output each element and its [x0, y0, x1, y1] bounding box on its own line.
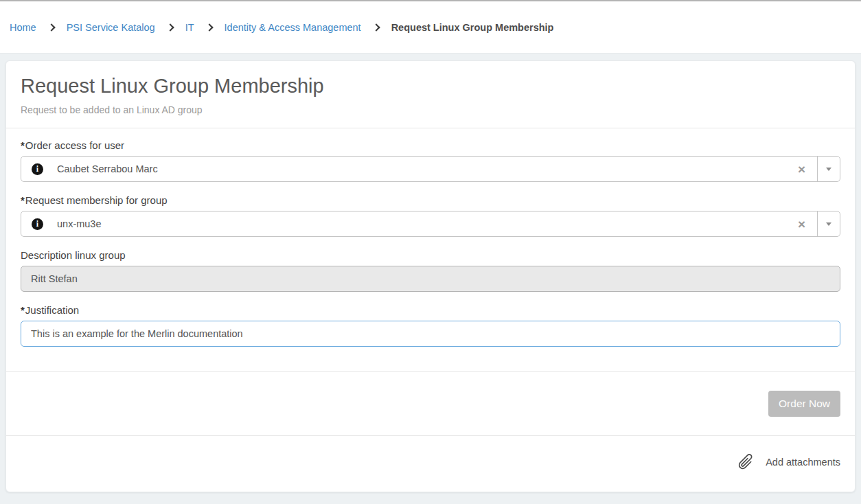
paperclip-icon — [733, 448, 759, 474]
form-group-request-membership-for-group: *Request membership for group i unx-mu3e… — [21, 194, 840, 237]
breadcrumb-link-home[interactable]: Home — [10, 22, 36, 33]
page-body: Request Linux Group Membership Request t… — [0, 54, 861, 501]
page-title: Request Linux Group Membership — [21, 73, 840, 98]
breadcrumb-link-identity-access-management[interactable]: Identity & Access Management — [225, 22, 361, 33]
request-membership-for-group-select: i unx-mu3e × — [21, 211, 840, 237]
chevron-right-icon — [47, 23, 55, 31]
card-header: Request Linux Group Membership Request t… — [6, 61, 855, 128]
chevron-right-icon — [166, 23, 174, 31]
page-subtitle: Request to be added to an Linux AD group — [21, 104, 840, 115]
caret-down-icon — [826, 168, 831, 171]
order-access-for-user-selected-value: Caubet Serrabou Marc — [57, 163, 158, 174]
chevron-right-icon — [372, 23, 380, 31]
request-form-card: Request Linux Group Membership Request t… — [5, 60, 856, 492]
chevron-right-icon — [205, 23, 213, 31]
required-marker: * — [21, 304, 25, 316]
form-body: *Order access for user i Caubet Serrabou… — [6, 128, 855, 371]
actions-row: Order Now — [6, 371, 855, 435]
request-membership-for-group-select-value-area[interactable]: i unx-mu3e × — [21, 211, 817, 236]
clear-icon[interactable]: × — [796, 218, 807, 231]
breadcrumb-link-it[interactable]: IT — [185, 22, 194, 33]
justification-label: *Justification — [21, 304, 840, 316]
justification-field[interactable] — [21, 321, 840, 347]
description-linux-group-field — [21, 266, 840, 292]
info-icon[interactable]: i — [32, 218, 43, 230]
form-group-justification: *Justification — [21, 304, 840, 347]
add-attachments-label: Add attachments — [766, 457, 840, 468]
required-marker: * — [21, 194, 25, 206]
breadcrumb-link-psi-service-katalog[interactable]: PSI Service Katalog — [67, 22, 155, 33]
order-access-for-user-dropdown-toggle[interactable] — [817, 157, 840, 181]
breadcrumb-bar: Home PSI Service Katalog IT Identity & A… — [0, 1, 861, 54]
order-access-for-user-select: i Caubet Serrabou Marc × — [21, 156, 840, 182]
order-access-for-user-label: *Order access for user — [21, 139, 840, 151]
request-membership-for-group-selected-value: unx-mu3e — [57, 218, 101, 229]
caret-down-icon — [826, 222, 831, 226]
info-icon[interactable]: i — [32, 163, 43, 175]
clear-icon[interactable]: × — [796, 163, 807, 176]
request-membership-for-group-label: *Request membership for group — [21, 194, 840, 206]
description-linux-group-label: Description linux group — [21, 249, 840, 261]
breadcrumb-current: Request Linux Group Membership — [391, 22, 554, 33]
order-now-button[interactable]: Order Now — [768, 391, 840, 417]
add-attachments-button[interactable]: Add attachments — [737, 453, 840, 471]
form-group-description-linux-group: Description linux group — [21, 249, 840, 292]
order-access-for-user-select-value-area[interactable]: i Caubet Serrabou Marc × — [21, 157, 817, 181]
request-membership-for-group-dropdown-toggle[interactable] — [817, 211, 840, 236]
breadcrumb: Home PSI Service Katalog IT Identity & A… — [10, 22, 553, 33]
attachments-row: Add attachments — [6, 435, 855, 492]
form-group-order-access-for-user: *Order access for user i Caubet Serrabou… — [21, 139, 840, 182]
required-marker: * — [21, 139, 25, 151]
